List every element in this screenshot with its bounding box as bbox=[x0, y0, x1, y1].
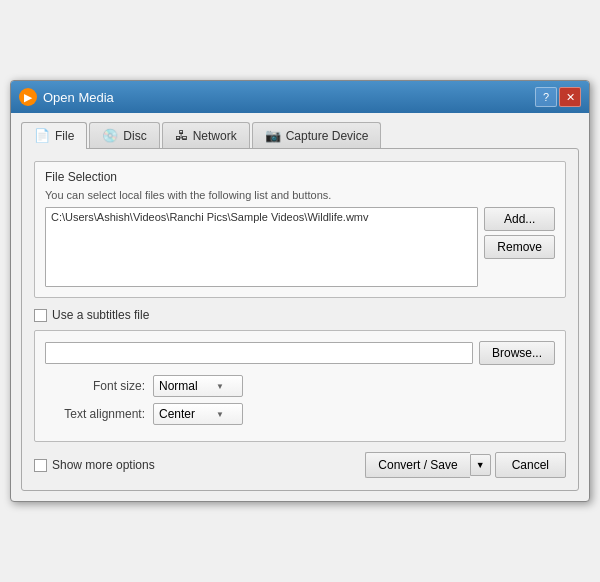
network-tab-icon: 🖧 bbox=[175, 128, 188, 143]
title-bar-left: ▶ Open Media bbox=[19, 88, 114, 106]
vlc-icon: ▶ bbox=[19, 88, 37, 106]
bottom-row: Show more options Convert / Save ▼ Cance… bbox=[34, 452, 566, 478]
file-selection-section: File Selection You can select local file… bbox=[34, 161, 566, 298]
tab-disc[interactable]: 💿 Disc bbox=[89, 122, 159, 148]
subtitle-browse-row: Browse... bbox=[45, 341, 555, 365]
tab-network-label: Network bbox=[193, 129, 237, 143]
text-align-select[interactable]: Center ▼ bbox=[153, 403, 243, 425]
tabs: 📄 File 💿 Disc 🖧 Network 📷 Capture Device bbox=[21, 121, 579, 148]
tab-network[interactable]: 🖧 Network bbox=[162, 122, 250, 148]
subtitle-checkbox-text: Use a subtitles file bbox=[52, 308, 149, 322]
show-more-label[interactable]: Show more options bbox=[34, 458, 155, 472]
text-align-arrow-icon: ▼ bbox=[216, 410, 224, 419]
tab-disc-label: Disc bbox=[123, 129, 146, 143]
font-size-arrow-icon: ▼ bbox=[216, 382, 224, 391]
show-more-text: Show more options bbox=[52, 458, 155, 472]
capture-tab-icon: 📷 bbox=[265, 128, 281, 143]
subtitle-inner: Browse... Font size: Normal ▼ Text align… bbox=[34, 330, 566, 442]
subtitle-checkbox[interactable] bbox=[34, 309, 47, 322]
close-button[interactable]: ✕ bbox=[559, 87, 581, 107]
text-align-label: Text alignment: bbox=[55, 407, 145, 421]
remove-button[interactable]: Remove bbox=[484, 235, 555, 259]
tab-file-label: File bbox=[55, 129, 74, 143]
convert-save-main[interactable]: Convert / Save bbox=[365, 452, 469, 478]
tab-file[interactable]: 📄 File bbox=[21, 122, 87, 149]
add-button[interactable]: Add... bbox=[484, 207, 555, 231]
convert-save-button: Convert / Save ▼ bbox=[365, 452, 490, 478]
font-size-label: Font size: bbox=[55, 379, 145, 393]
subtitle-path-input[interactable] bbox=[45, 342, 473, 364]
dialog-title: Open Media bbox=[43, 90, 114, 105]
open-media-dialog: ▶ Open Media ? ✕ 📄 File 💿 Disc 🖧 Network… bbox=[10, 80, 590, 502]
bottom-buttons: Convert / Save ▼ Cancel bbox=[365, 452, 566, 478]
file-path: C:\Users\Ashish\Videos\Ranchi Pics\Sampl… bbox=[51, 211, 369, 223]
show-more-checkbox[interactable] bbox=[34, 459, 47, 472]
file-selection-title: File Selection bbox=[45, 170, 555, 184]
dialog-content: 📄 File 💿 Disc 🖧 Network 📷 Capture Device… bbox=[11, 113, 589, 501]
help-button[interactable]: ? bbox=[535, 87, 557, 107]
text-align-value: Center bbox=[159, 407, 195, 421]
browse-button[interactable]: Browse... bbox=[479, 341, 555, 365]
font-size-select[interactable]: Normal ▼ bbox=[153, 375, 243, 397]
subtitle-header: Use a subtitles file bbox=[34, 308, 566, 322]
subtitle-checkbox-label[interactable]: Use a subtitles file bbox=[34, 308, 149, 322]
title-bar: ▶ Open Media ? ✕ bbox=[11, 81, 589, 113]
file-tab-icon: 📄 bbox=[34, 128, 50, 143]
main-panel: File Selection You can select local file… bbox=[21, 148, 579, 491]
text-align-row: Text alignment: Center ▼ bbox=[45, 403, 555, 425]
font-size-row: Font size: Normal ▼ bbox=[45, 375, 555, 397]
convert-save-dropdown[interactable]: ▼ bbox=[470, 454, 491, 476]
file-selection-desc: You can select local files with the foll… bbox=[45, 189, 555, 201]
title-buttons: ? ✕ bbox=[535, 87, 581, 107]
cancel-button[interactable]: Cancel bbox=[495, 452, 566, 478]
file-buttons: Add... Remove bbox=[484, 207, 555, 259]
file-input-row: C:\Users\Ashish\Videos\Ranchi Pics\Sampl… bbox=[45, 207, 555, 287]
font-size-value: Normal bbox=[159, 379, 198, 393]
subtitle-section: Use a subtitles file Browse... Font size… bbox=[34, 308, 566, 442]
file-list[interactable]: C:\Users\Ashish\Videos\Ranchi Pics\Sampl… bbox=[45, 207, 478, 287]
disc-tab-icon: 💿 bbox=[102, 128, 118, 143]
tab-capture-label: Capture Device bbox=[286, 129, 369, 143]
tab-capture[interactable]: 📷 Capture Device bbox=[252, 122, 382, 148]
